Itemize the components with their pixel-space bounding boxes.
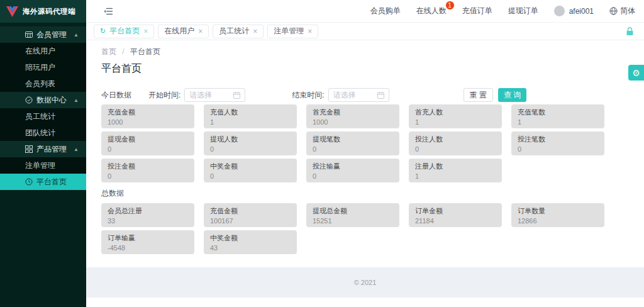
close-icon[interactable]: × bbox=[198, 28, 203, 35]
menu-fold-icon[interactable] bbox=[104, 8, 113, 15]
sidebar: 海外源码代理端 会员管理 ▲ 在线用户 陪玩用户 会员列表 数据中心 ▲ 员工统… bbox=[0, 0, 86, 307]
sidebar-section-data-center[interactable]: 数据中心 ▲ bbox=[0, 92, 86, 108]
app-window: 海外源码代理端 会员管理 ▲ 在线用户 陪玩用户 会员列表 数据中心 ▲ 员工统… bbox=[0, 0, 644, 307]
stat-card-value: 0 bbox=[210, 145, 291, 153]
copyright-text: © 2021 bbox=[354, 279, 377, 286]
stat-card-value: 12866 bbox=[518, 217, 598, 225]
sidebar-item-platform-home[interactable]: 平台首页 bbox=[0, 174, 86, 190]
stat-card: 订单输赢 -4548 bbox=[101, 230, 194, 254]
stat-card: 订单数量 12866 bbox=[511, 203, 604, 227]
lock-icon[interactable] bbox=[626, 27, 634, 38]
end-time-label: 结束时间: bbox=[292, 90, 324, 101]
stat-card: 充值人数 1 bbox=[204, 104, 297, 128]
start-date-placeholder: 请选择 bbox=[189, 90, 212, 101]
chevron-up-icon: ▲ bbox=[74, 98, 79, 103]
stat-card: 提现笔数 0 bbox=[306, 131, 399, 155]
stat-card: 提现总金额 15251 bbox=[306, 203, 399, 227]
stat-card: 中奖金额 0 bbox=[204, 159, 297, 182]
stat-card-label: 中奖金额 bbox=[210, 233, 291, 243]
user-menu[interactable]: afei001 bbox=[554, 6, 594, 16]
stat-card: 充值笔数 1 bbox=[511, 104, 604, 128]
gear-icon: ⚙ bbox=[632, 68, 640, 78]
close-icon[interactable]: × bbox=[253, 28, 257, 35]
close-icon[interactable]: × bbox=[308, 28, 312, 35]
sidebar-item-online-users[interactable]: 在线用户 bbox=[0, 43, 86, 59]
breadcrumb-current: 平台首页 bbox=[130, 47, 160, 56]
nav-recharge-orders[interactable]: 充值订单 bbox=[462, 6, 492, 16]
main-area: 会员购单 在线人数 1 充值订单 提现订单 afei001 简体 bbox=[86, 0, 644, 307]
sidebar-item-staff-stats[interactable]: 员工统计 bbox=[0, 108, 86, 125]
sidebar-section-product-mgmt[interactable]: 产品管理 ▲ bbox=[0, 141, 86, 157]
today-section-label: 今日数据 bbox=[101, 90, 131, 101]
stat-card-value: 1000 bbox=[108, 118, 188, 126]
page-content: 首页 / 平台首页 平台首页 今日数据 开始时间: 请选择 结束时间: 请选择 … bbox=[86, 40, 644, 254]
stat-card: 首充人数 1 bbox=[409, 104, 502, 128]
stat-card-label: 充值笔数 bbox=[518, 108, 598, 117]
stat-card-value: 1 bbox=[210, 118, 291, 126]
stat-card-label: 投注人数 bbox=[415, 135, 496, 144]
stat-card: 会员总注册 33 bbox=[101, 203, 194, 227]
calendar-icon bbox=[377, 92, 384, 99]
end-date-picker[interactable]: 请选择 bbox=[328, 88, 389, 102]
stat-card-label: 充值金额 bbox=[108, 108, 188, 117]
breadcrumb-home[interactable]: 首页 bbox=[101, 47, 116, 56]
search-button[interactable]: 查 询 bbox=[498, 88, 526, 102]
stat-card-label: 注册人数 bbox=[415, 162, 496, 171]
sidebar-item-label: 会员列表 bbox=[25, 79, 55, 89]
stat-card: 充值金额 1000 bbox=[101, 104, 194, 128]
stat-card-label: 会员总注册 bbox=[108, 206, 188, 216]
tab-online-users[interactable]: 在线用户 × bbox=[158, 25, 209, 38]
stat-card-label: 提现笔数 bbox=[313, 135, 393, 144]
stat-card-value: 0 bbox=[313, 172, 393, 180]
language-label: 简体 bbox=[620, 6, 635, 16]
stat-card-value: 0 bbox=[518, 145, 598, 153]
language-switcher[interactable]: 简体 bbox=[609, 6, 635, 16]
refresh-icon[interactable]: ↻ bbox=[100, 28, 106, 35]
dashboard-icon bbox=[25, 178, 33, 187]
logo-v-icon bbox=[6, 6, 18, 17]
settings-gear-button[interactable]: ⚙ bbox=[628, 65, 644, 81]
reset-button[interactable]: 重 置 bbox=[464, 88, 493, 102]
sidebar-item-bet-order-mgmt[interactable]: 注单管理 bbox=[0, 157, 86, 174]
circle-check-icon bbox=[25, 96, 33, 106]
appstore-icon bbox=[25, 145, 33, 155]
sidebar-section-member-mgmt[interactable]: 会员管理 ▲ bbox=[0, 26, 86, 43]
tab-platform-home[interactable]: ↻ 平台首页 × bbox=[94, 25, 154, 38]
stat-card-label: 投注笔数 bbox=[518, 135, 598, 144]
stat-card-value: -4548 bbox=[108, 244, 188, 252]
sidebar-item-team-stats[interactable]: 团队统计 bbox=[0, 125, 86, 141]
stat-card-value: 0 bbox=[108, 172, 188, 180]
start-date-picker[interactable]: 请选择 bbox=[184, 88, 245, 102]
stat-card-value: 1 bbox=[518, 118, 598, 126]
page-footer: © 2021 bbox=[86, 267, 644, 298]
nav-member-purchase-orders[interactable]: 会员购单 bbox=[370, 6, 401, 16]
sidebar-item-companion-users[interactable]: 陪玩用户 bbox=[0, 59, 86, 75]
nav-online-count[interactable]: 在线人数 1 bbox=[416, 6, 447, 16]
total-cards-grid: 会员总注册 33 充值金额 100167 提现总金额 15251 订单 bbox=[101, 203, 629, 254]
stat-card-label: 订单数量 bbox=[518, 206, 598, 216]
start-time-label: 开始时间: bbox=[148, 90, 180, 101]
stat-card-value: 33 bbox=[108, 217, 188, 225]
username: afei001 bbox=[569, 7, 594, 16]
stat-card-label: 提现金额 bbox=[108, 135, 188, 144]
stat-card: 投注金额 0 bbox=[101, 159, 194, 182]
tab-bar: ↻ 平台首页 × 在线用户 × 员工统计 × 注单管理 × bbox=[86, 23, 644, 40]
stat-card-value: 0 bbox=[415, 145, 496, 153]
tab-staff-stats[interactable]: 员工统计 × bbox=[213, 25, 264, 38]
total-section-label: 总数据 bbox=[101, 188, 629, 199]
sidebar-item-member-list[interactable]: 会员列表 bbox=[0, 75, 86, 92]
stat-card-label: 提现人数 bbox=[210, 135, 291, 144]
calendar-icon bbox=[233, 92, 240, 99]
sidebar-item-label: 员工统计 bbox=[25, 111, 55, 122]
nav-withdraw-orders[interactable]: 提现订单 bbox=[508, 6, 538, 16]
stat-card-label: 首充金额 bbox=[313, 108, 393, 117]
top-navbar: 会员购单 在线人数 1 充值订单 提现订单 afei001 简体 bbox=[86, 0, 644, 23]
tab-bet-order-mgmt[interactable]: 注单管理 × bbox=[267, 25, 318, 38]
today-cards-grid: 充值金额 1000 充值人数 1 首充金额 1000 首充人数 bbox=[101, 104, 629, 182]
close-icon[interactable]: × bbox=[143, 28, 148, 35]
stat-card: 投注笔数 0 bbox=[511, 131, 604, 155]
topnav-right: 会员购单 在线人数 1 充值订单 提现订单 afei001 简体 bbox=[370, 6, 635, 16]
nav-online-count-label: 在线人数 bbox=[416, 6, 447, 15]
sidebar-item-label: 在线用户 bbox=[25, 46, 55, 57]
avatar bbox=[554, 6, 565, 16]
